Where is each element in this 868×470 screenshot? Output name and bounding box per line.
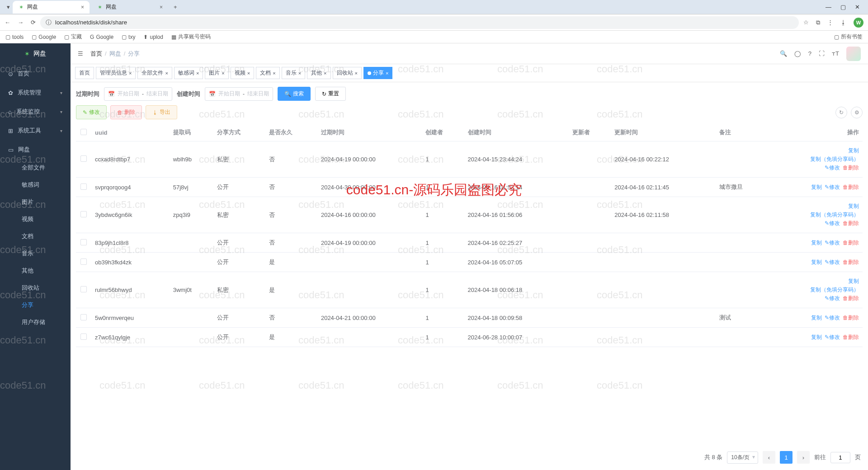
star-icon[interactable]: ☆: [803, 19, 809, 26]
delete-link[interactable]: 🗑删除: [843, 334, 859, 341]
delete-link[interactable]: 🗑删除: [843, 314, 859, 322]
copy-link[interactable]: 复制: [811, 334, 822, 341]
sidebar-sub-item[interactable]: 图片: [0, 193, 71, 211]
close-tab-icon[interactable]: ×: [129, 70, 132, 76]
hamburger-icon[interactable]: ☰: [78, 50, 83, 57]
sidebar-sub-item[interactable]: 全部文件: [0, 159, 71, 176]
sidebar-sub-item[interactable]: 分享: [0, 296, 71, 314]
page-tab[interactable]: 音乐×: [282, 67, 305, 79]
sidebar-sub-item[interactable]: 其他: [0, 262, 71, 279]
bookmark-item[interactable]: ▢ Google: [32, 34, 56, 40]
create-date-range[interactable]: 📅 开始日期 - 结束日期: [205, 87, 273, 101]
minimize-icon[interactable]: —: [826, 4, 831, 10]
close-tab-icon[interactable]: ×: [196, 70, 199, 76]
row-checkbox[interactable]: [80, 286, 87, 292]
sidebar-item[interactable]: ▭网盘: [0, 140, 71, 159]
goto-input[interactable]: [830, 452, 850, 463]
delete-link[interactable]: 🗑删除: [843, 258, 859, 266]
row-checkbox[interactable]: [80, 314, 87, 320]
copy-link[interactable]: 复制: [848, 202, 859, 210]
search-button[interactable]: 🔍 搜索: [278, 87, 311, 101]
sidebar-sub-item[interactable]: 用户存储: [0, 314, 71, 331]
page-tab[interactable]: 视频×: [231, 67, 254, 79]
help-icon[interactable]: ?: [808, 50, 811, 57]
sidebar-sub-item[interactable]: 敏感词: [0, 176, 71, 193]
reload-icon[interactable]: ⟳: [31, 19, 36, 26]
page-tab[interactable]: 回收站×: [333, 67, 362, 79]
page-tab[interactable]: 敏感词×: [174, 67, 203, 79]
browser-tab-inactive[interactable]: ✶ 网盘 ×: [91, 1, 168, 14]
copy-link[interactable]: 复制: [811, 183, 822, 191]
copy-nocode-link[interactable]: 复制（免填分享码）: [810, 211, 859, 219]
profile-avatar[interactable]: W: [854, 18, 863, 28]
tab-dropdown-icon[interactable]: ▾: [4, 4, 13, 10]
page-tab[interactable]: 全部文件×: [137, 67, 172, 79]
row-checkbox[interactable]: [80, 239, 87, 245]
close-tab-icon[interactable]: ×: [165, 70, 168, 76]
edit-link[interactable]: ✎修改: [825, 334, 840, 341]
copy-link[interactable]: 复制: [811, 258, 822, 266]
close-tab-icon[interactable]: ×: [222, 70, 224, 76]
breadcrumb-item[interactable]: 网盘: [109, 50, 121, 58]
download-icon[interactable]: ⭳: [840, 19, 846, 26]
url-input[interactable]: ⓘ localhost/netdisk/disk/share: [40, 16, 799, 29]
delete-link[interactable]: 🗑删除: [843, 239, 859, 247]
close-icon[interactable]: ×: [81, 4, 84, 10]
fullscreen-icon[interactable]: ⛶: [819, 50, 825, 57]
close-tab-icon[interactable]: ×: [298, 70, 301, 76]
close-tab-icon[interactable]: ×: [273, 70, 275, 76]
delete-link[interactable]: 🗑删除: [843, 183, 859, 191]
new-tab-button[interactable]: +: [170, 2, 181, 12]
bookmark-item[interactable]: ▢ txy: [122, 34, 135, 40]
copy-nocode-link[interactable]: 复制（免填分享码）: [810, 155, 859, 163]
bookmark-item[interactable]: ▢ 宝藏: [64, 33, 82, 41]
expire-date-range[interactable]: 📅 开始日期 - 结束日期: [104, 87, 172, 101]
copy-link[interactable]: 复制: [848, 147, 859, 155]
bookmark-item[interactable]: ▢ tools: [5, 34, 24, 40]
page-tab[interactable]: 其他×: [307, 67, 330, 79]
sidebar-sub-item[interactable]: 视频: [0, 211, 71, 228]
breadcrumb-item[interactable]: 首页: [90, 50, 102, 58]
forward-icon[interactable]: →: [18, 19, 24, 26]
sidebar-item[interactable]: ⊞系统工具▾: [0, 121, 71, 140]
extensions-icon[interactable]: ⧉: [816, 19, 820, 26]
page-tab[interactable]: 文档×: [256, 67, 279, 79]
row-checkbox[interactable]: [80, 155, 87, 162]
bookmark-item[interactable]: G Google: [90, 34, 113, 40]
refresh-button[interactable]: ↻: [835, 107, 847, 118]
sidebar-sub-item[interactable]: 回收站: [0, 279, 71, 296]
back-icon[interactable]: ←: [5, 19, 10, 26]
browser-tab-active[interactable]: ✶ 网盘 ×: [13, 1, 90, 14]
select-all-checkbox[interactable]: [80, 129, 87, 135]
search-icon[interactable]: 🔍: [780, 50, 787, 57]
close-tab-icon[interactable]: ×: [355, 70, 358, 76]
delete-link[interactable]: 🗑删除: [843, 295, 859, 302]
copy-nocode-link[interactable]: 复制（免填分享码）: [810, 286, 859, 294]
font-size-icon[interactable]: ᴛT: [832, 50, 839, 57]
page-tab[interactable]: 分享×: [363, 67, 392, 79]
page-tab[interactable]: 首页: [75, 67, 94, 79]
edit-button[interactable]: ✎ 修改: [76, 105, 107, 119]
copy-link[interactable]: 复制: [848, 277, 859, 285]
all-bookmarks[interactable]: ▢ 所有书签: [834, 33, 863, 41]
edit-link[interactable]: ✎修改: [825, 314, 840, 322]
close-tab-icon[interactable]: ×: [324, 70, 326, 76]
sidebar-sub-item[interactable]: 音乐: [0, 245, 71, 262]
delete-link[interactable]: 🗑删除: [843, 220, 859, 227]
page-number[interactable]: 1: [780, 451, 793, 464]
close-window-icon[interactable]: ✕: [855, 4, 860, 10]
delete-button[interactable]: 🗑 删除: [110, 105, 142, 119]
github-icon[interactable]: ◯: [794, 50, 801, 57]
row-checkbox[interactable]: [80, 334, 87, 340]
maximize-icon[interactable]: ▢: [840, 4, 846, 10]
row-checkbox[interactable]: [80, 211, 87, 217]
page-tab[interactable]: 图片×: [205, 67, 228, 79]
page-tab[interactable]: 管理员信息×: [96, 67, 136, 79]
sidebar-item[interactable]: ✿系统管理▾: [0, 83, 71, 102]
copy-link[interactable]: 复制: [811, 314, 822, 322]
row-checkbox[interactable]: [80, 258, 87, 265]
bookmark-item[interactable]: ⬆ uplod: [143, 34, 163, 40]
user-avatar[interactable]: [846, 47, 861, 61]
edit-link[interactable]: ✎修改: [825, 164, 840, 172]
menu-icon[interactable]: ⋮: [827, 19, 833, 26]
